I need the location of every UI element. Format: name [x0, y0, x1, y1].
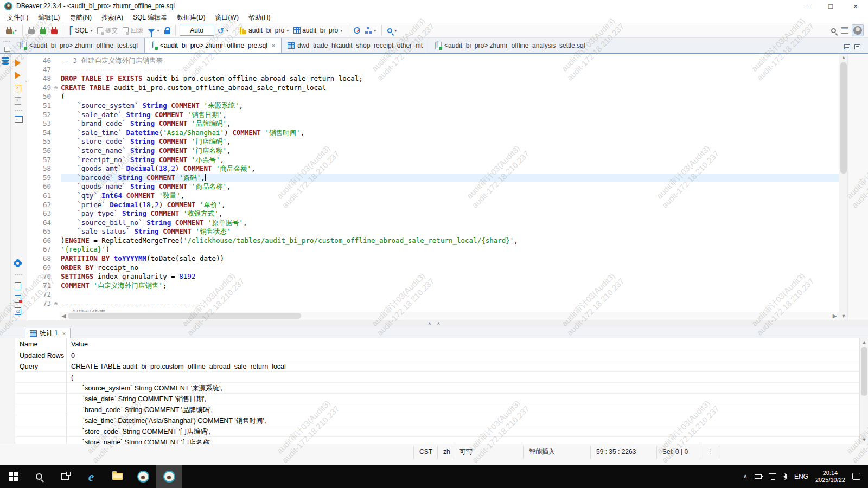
statistics-tab[interactable]: 统计 1 ×	[25, 328, 71, 338]
task-view-button[interactable]	[52, 465, 78, 488]
code-line[interactable]: 49⊖CREATE TABLE audit_bi_pro.custom_offl…	[27, 84, 839, 93]
scroll-right-icon[interactable]: ▶	[831, 313, 839, 319]
row-value-cell[interactable]: CREATE TABLE audit_bi_pro.custom_offline…	[67, 361, 859, 371]
statusbar-overflow-icon[interactable]: ⋮	[701, 446, 719, 459]
autocommit-select[interactable]: Auto	[180, 25, 214, 36]
row-name-cell[interactable]: Query	[15, 361, 67, 371]
project-button[interactable]: ▾	[363, 26, 378, 35]
restore-view-icon[interactable]	[4, 47, 10, 52]
sash-arrow-icon[interactable]: ∧	[427, 322, 431, 326]
code-line[interactable]: 58 `goods_amt` Decimal(18,2) COMMENT '商品…	[27, 164, 839, 174]
profile-button[interactable]	[852, 24, 864, 36]
script-output-button[interactable]	[15, 307, 21, 315]
minimize-button[interactable]: –	[793, 0, 818, 12]
row-name-cell[interactable]	[15, 426, 67, 436]
network-icon[interactable]	[769, 473, 776, 478]
close-icon[interactable]: ×	[62, 330, 66, 337]
usb-icon[interactable]	[755, 474, 762, 479]
row-value-cell[interactable]: `store_name` String COMMENT '门店名称',	[67, 437, 859, 444]
scroll-left-icon[interactable]: ◀	[60, 313, 68, 319]
table-row[interactable]: `store_code` String COMMENT '门店编码',	[15, 426, 859, 437]
menu-item[interactable]: 编辑(E)	[33, 12, 65, 23]
code-line[interactable]: 62 `price` Decimal(18,2) COMMENT '单价',	[27, 201, 839, 210]
transaction-filter-button[interactable]: ▾	[146, 27, 161, 34]
column-header-value[interactable]: Value	[67, 338, 859, 350]
scroll-down-icon[interactable]: ▼	[839, 313, 848, 319]
connect-button[interactable]	[27, 26, 36, 35]
table-row[interactable]: `sale_date` String COMMENT '销售日期',	[15, 394, 859, 404]
fold-collapse-icon[interactable]: ⊖	[51, 299, 61, 309]
internet-explorer-button[interactable]: e	[78, 465, 104, 488]
start-button[interactable]	[0, 465, 26, 488]
close-button[interactable]: ×	[843, 0, 868, 12]
row-name-cell[interactable]	[15, 383, 67, 393]
row-name-cell[interactable]	[15, 437, 67, 444]
sql-editor-button[interactable]: ⎡SQL▾	[67, 25, 94, 36]
code-line[interactable]: 52 `sale_date` String COMMENT '销售日期',	[27, 111, 839, 120]
scroll-down-icon[interactable]: ▼	[860, 437, 868, 442]
menu-item[interactable]: 帮助(H)	[244, 12, 276, 23]
editor-tab[interactable]: dwd_trade_hkaudit_shop_receipt_other_mt	[282, 38, 429, 53]
code-line[interactable]: 53 `brand_code` String COMMENT '品牌编码',	[27, 119, 839, 129]
row-name-cell[interactable]	[15, 372, 67, 382]
sash-arrow-icon[interactable]: ∧	[437, 322, 441, 326]
dbeaver-taskbar-button[interactable]	[130, 465, 156, 488]
reconnect-button[interactable]	[38, 26, 48, 35]
editor-tab[interactable]: <audit_bi_pro> zhumr_offline_test.sql	[14, 38, 144, 53]
table-row[interactable]: QueryCREATE TABLE audit_bi_pro.custom_of…	[15, 361, 859, 372]
row-value-cell[interactable]: `sale_date` String COMMENT '销售日期',	[67, 394, 859, 404]
menu-item[interactable]: 导航(N)	[65, 12, 97, 23]
code-line[interactable]: 46-- 3 创建自定义海外门店销售表	[27, 56, 839, 66]
taskbar-search-button[interactable]	[26, 465, 52, 488]
row-value-cell[interactable]: `sale_time` Datetime('Asia/Shanghai') CO…	[67, 415, 859, 426]
code-line[interactable]: 72	[27, 290, 839, 299]
vscroll-thumb[interactable]	[840, 62, 847, 174]
transaction-lock-button[interactable]	[163, 25, 171, 35]
execute-statement-button[interactable]	[15, 59, 21, 67]
database-selector[interactable]: audit_bi_pro▾	[292, 25, 344, 35]
transaction-log-button[interactable]: ↺▾	[216, 25, 231, 36]
code-line[interactable]: 60 `goods_name` String COMMENT '商品名称',	[27, 182, 839, 191]
row-name-cell[interactable]	[15, 404, 67, 415]
menu-item[interactable]: 数据库(D)	[172, 12, 210, 23]
code-line[interactable]: 70SETTINGS index_granularity = 8192	[27, 272, 839, 281]
code-line[interactable]: 63 `pay_type` String COMMENT '收银方式',	[27, 209, 839, 219]
explain-plan-button[interactable]	[15, 97, 21, 105]
row-name-cell[interactable]: Updated Rows	[15, 350, 67, 361]
menu-item[interactable]: 搜索(A)	[97, 12, 128, 23]
row-name-cell[interactable]	[15, 394, 67, 404]
settings-gear-icon[interactable]	[15, 260, 21, 266]
database-navigator-icon[interactable]	[2, 57, 9, 65]
tray-expand-icon[interactable]: ∧	[743, 473, 748, 480]
code-line[interactable]: 57 `receipt_no` String COMMENT '小票号',	[27, 156, 839, 165]
perspective-button[interactable]	[839, 26, 850, 35]
new-connection-button[interactable]: +▾	[4, 26, 18, 35]
code-line[interactable]: 65 `sale_status` String COMMENT '销售状态'	[27, 227, 839, 236]
code-line[interactable]: 67'{replica}')	[27, 245, 839, 254]
validate-script-button[interactable]	[15, 295, 21, 303]
code-line[interactable]: 50(	[27, 92, 839, 101]
export-result-button[interactable]	[15, 282, 21, 290]
statusbar-cell[interactable]: 智能插入	[523, 446, 590, 459]
hscroll-thumb[interactable]	[68, 313, 301, 319]
editor-tab[interactable]: <audit_bi_pro> zhumr_offline_pre.sql×	[144, 38, 282, 53]
code-line[interactable]: 54 `sale_time` Datetime('Asia/Shanghai')…	[27, 129, 839, 138]
code-line[interactable]: 73⊖----------------------------------	[27, 299, 839, 309]
menu-item[interactable]: 文件(F)	[2, 12, 33, 23]
minimize-panel-icon[interactable]	[844, 44, 850, 49]
row-name-cell[interactable]	[15, 415, 67, 426]
table-row[interactable]: `store_name` String COMMENT '门店名称',	[15, 437, 859, 444]
quick-search-button[interactable]	[829, 27, 838, 34]
results-vscrollbar[interactable]: ▲ ▼	[859, 338, 868, 444]
statusbar-cell[interactable]: 59 : 35 : 2263	[590, 446, 656, 459]
code-line[interactable]: 61 `qty` Int64 COMMENT '数量',	[27, 191, 839, 201]
disconnect-button[interactable]	[49, 26, 59, 35]
table-row[interactable]: `sale_time` Datetime('Asia/Shanghai') CO…	[15, 415, 859, 426]
execute-new-tab-button[interactable]	[15, 72, 21, 79]
code-line[interactable]: 64 `source_bill_no` String COMMENT '原单据号…	[27, 219, 839, 228]
row-value-cell[interactable]: `brand_code` String COMMENT '品牌编码',	[67, 404, 859, 415]
editor-hscrollbar[interactable]: ◀ ▶	[60, 312, 839, 320]
language-indicator[interactable]: ENG	[794, 473, 808, 480]
code-line[interactable]: 69ORDER BY receipt_no	[27, 264, 839, 273]
taskbar-clock[interactable]: 20:142025/10/22	[815, 470, 845, 484]
